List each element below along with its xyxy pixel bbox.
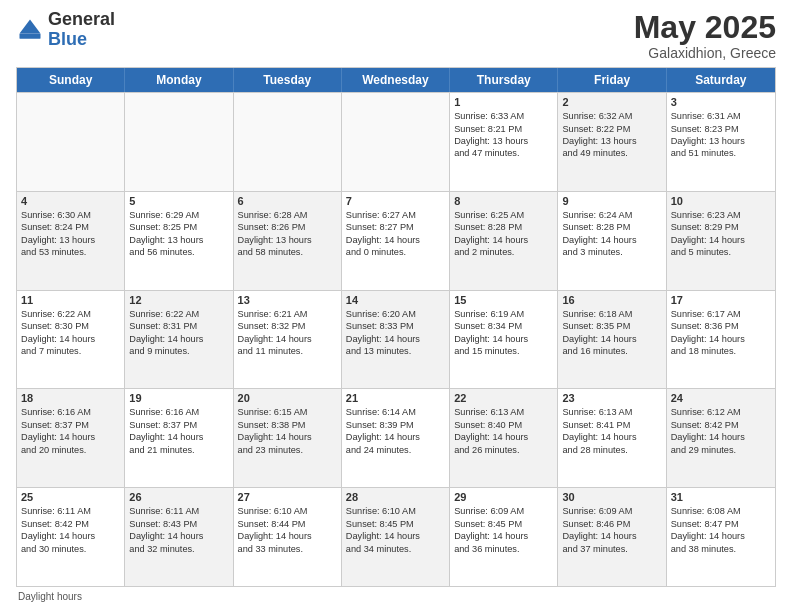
cell-line: Daylight: 14 hours xyxy=(562,333,661,345)
calendar-cell: 26Sunrise: 6:11 AMSunset: 8:43 PMDayligh… xyxy=(125,488,233,586)
calendar-cell: 2Sunrise: 6:32 AMSunset: 8:22 PMDaylight… xyxy=(558,93,666,191)
cell-line: Daylight: 14 hours xyxy=(129,530,228,542)
cell-line: Daylight: 14 hours xyxy=(346,234,445,246)
day-number: 13 xyxy=(238,294,337,306)
day-number: 1 xyxy=(454,96,553,108)
logo-general-text: General xyxy=(48,9,115,29)
cell-line: Sunrise: 6:13 AM xyxy=(562,406,661,418)
cal-header-cell: Thursday xyxy=(450,68,558,92)
cell-line: and 32 minutes. xyxy=(129,543,228,555)
cell-line: Sunset: 8:40 PM xyxy=(454,419,553,431)
calendar-cell: 31Sunrise: 6:08 AMSunset: 8:47 PMDayligh… xyxy=(667,488,775,586)
cell-line: Sunset: 8:34 PM xyxy=(454,320,553,332)
calendar-cell: 13Sunrise: 6:21 AMSunset: 8:32 PMDayligh… xyxy=(234,291,342,389)
cell-line: Sunrise: 6:10 AM xyxy=(238,505,337,517)
day-number: 26 xyxy=(129,491,228,503)
cell-line: Daylight: 14 hours xyxy=(671,333,771,345)
svg-rect-1 xyxy=(20,33,41,38)
cal-header-cell: Friday xyxy=(558,68,666,92)
cell-line: Daylight: 13 hours xyxy=(238,234,337,246)
day-number: 3 xyxy=(671,96,771,108)
cell-line: and 53 minutes. xyxy=(21,246,120,258)
cell-line: Sunrise: 6:16 AM xyxy=(129,406,228,418)
calendar-row: 11Sunrise: 6:22 AMSunset: 8:30 PMDayligh… xyxy=(17,290,775,389)
day-number: 27 xyxy=(238,491,337,503)
cell-line: and 18 minutes. xyxy=(671,345,771,357)
calendar-cell: 14Sunrise: 6:20 AMSunset: 8:33 PMDayligh… xyxy=(342,291,450,389)
cell-line: Sunrise: 6:08 AM xyxy=(671,505,771,517)
calendar-cell: 29Sunrise: 6:09 AMSunset: 8:45 PMDayligh… xyxy=(450,488,558,586)
cell-line: and 20 minutes. xyxy=(21,444,120,456)
header: General Blue May 2025 Galaxidhion, Greec… xyxy=(16,10,776,61)
cell-line: Sunset: 8:45 PM xyxy=(346,518,445,530)
calendar-header-row: SundayMondayTuesdayWednesdayThursdayFrid… xyxy=(17,68,775,92)
cell-line: and 34 minutes. xyxy=(346,543,445,555)
day-number: 8 xyxy=(454,195,553,207)
cell-line: Daylight: 14 hours xyxy=(238,333,337,345)
cell-line: and 49 minutes. xyxy=(562,147,661,159)
cell-line: Daylight: 13 hours xyxy=(454,135,553,147)
cell-line: Sunset: 8:42 PM xyxy=(671,419,771,431)
day-number: 18 xyxy=(21,392,120,404)
logo-text: General Blue xyxy=(48,10,115,50)
cell-line: and 11 minutes. xyxy=(238,345,337,357)
month-title: May 2025 xyxy=(634,10,776,45)
calendar-cell: 30Sunrise: 6:09 AMSunset: 8:46 PMDayligh… xyxy=(558,488,666,586)
calendar-cell: 11Sunrise: 6:22 AMSunset: 8:30 PMDayligh… xyxy=(17,291,125,389)
cell-line: Sunrise: 6:22 AM xyxy=(129,308,228,320)
cell-line: Daylight: 14 hours xyxy=(346,431,445,443)
cal-header-cell: Tuesday xyxy=(234,68,342,92)
logo: General Blue xyxy=(16,10,115,50)
cell-line: Daylight: 14 hours xyxy=(21,431,120,443)
calendar-cell xyxy=(234,93,342,191)
cell-line: Sunset: 8:31 PM xyxy=(129,320,228,332)
cell-line: Daylight: 14 hours xyxy=(454,530,553,542)
cell-line: Sunset: 8:28 PM xyxy=(562,221,661,233)
cell-line: Sunset: 8:44 PM xyxy=(238,518,337,530)
footer-note: Daylight hours xyxy=(16,591,776,602)
cell-line: Sunset: 8:42 PM xyxy=(21,518,120,530)
cell-line: Daylight: 14 hours xyxy=(562,431,661,443)
cell-line: Sunrise: 6:28 AM xyxy=(238,209,337,221)
cell-line: and 30 minutes. xyxy=(21,543,120,555)
cell-line: and 38 minutes. xyxy=(671,543,771,555)
day-number: 4 xyxy=(21,195,120,207)
cell-line: Sunrise: 6:09 AM xyxy=(562,505,661,517)
cell-line: Daylight: 13 hours xyxy=(671,135,771,147)
cell-line: Daylight: 14 hours xyxy=(671,234,771,246)
calendar-cell: 18Sunrise: 6:16 AMSunset: 8:37 PMDayligh… xyxy=(17,389,125,487)
cell-line: and 28 minutes. xyxy=(562,444,661,456)
calendar-cell: 17Sunrise: 6:17 AMSunset: 8:36 PMDayligh… xyxy=(667,291,775,389)
cal-header-cell: Monday xyxy=(125,68,233,92)
calendar-cell xyxy=(17,93,125,191)
calendar-cell: 15Sunrise: 6:19 AMSunset: 8:34 PMDayligh… xyxy=(450,291,558,389)
cell-line: Daylight: 14 hours xyxy=(238,530,337,542)
calendar-cell: 20Sunrise: 6:15 AMSunset: 8:38 PMDayligh… xyxy=(234,389,342,487)
day-number: 25 xyxy=(21,491,120,503)
cell-line: Daylight: 13 hours xyxy=(129,234,228,246)
day-number: 31 xyxy=(671,491,771,503)
cell-line: Sunrise: 6:32 AM xyxy=(562,110,661,122)
cell-line: Daylight: 14 hours xyxy=(346,530,445,542)
day-number: 15 xyxy=(454,294,553,306)
cell-line: Sunset: 8:47 PM xyxy=(671,518,771,530)
cell-line: Sunset: 8:43 PM xyxy=(129,518,228,530)
cell-line: Sunset: 8:33 PM xyxy=(346,320,445,332)
cell-line: Daylight: 13 hours xyxy=(21,234,120,246)
cell-line: Sunrise: 6:17 AM xyxy=(671,308,771,320)
day-number: 22 xyxy=(454,392,553,404)
day-number: 6 xyxy=(238,195,337,207)
cell-line: Sunrise: 6:13 AM xyxy=(454,406,553,418)
cell-line: Sunrise: 6:09 AM xyxy=(454,505,553,517)
logo-icon xyxy=(16,16,44,44)
cell-line: Daylight: 14 hours xyxy=(671,530,771,542)
calendar-cell: 8Sunrise: 6:25 AMSunset: 8:28 PMDaylight… xyxy=(450,192,558,290)
cal-header-cell: Sunday xyxy=(17,68,125,92)
calendar-cell: 16Sunrise: 6:18 AMSunset: 8:35 PMDayligh… xyxy=(558,291,666,389)
calendar-cell: 21Sunrise: 6:14 AMSunset: 8:39 PMDayligh… xyxy=(342,389,450,487)
cell-line: Sunset: 8:27 PM xyxy=(346,221,445,233)
cell-line: Sunrise: 6:22 AM xyxy=(21,308,120,320)
cell-line: Daylight: 13 hours xyxy=(562,135,661,147)
day-number: 23 xyxy=(562,392,661,404)
cell-line: Daylight: 14 hours xyxy=(21,333,120,345)
